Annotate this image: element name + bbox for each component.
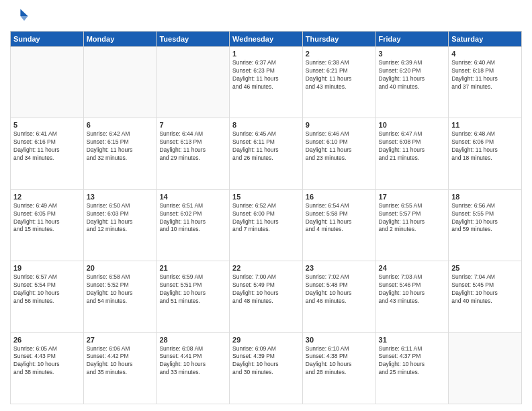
calendar-cell: 1Sunrise: 6:37 AM Sunset: 6:23 PM Daylig…	[230, 47, 303, 118]
day-number: 21	[159, 264, 226, 272]
day-info: Sunrise: 6:06 AM Sunset: 4:42 PM Dayligh…	[87, 345, 154, 377]
calendar-cell: 21Sunrise: 6:59 AM Sunset: 5:51 PM Dayli…	[157, 261, 230, 332]
logo	[10, 7, 32, 26]
day-info: Sunrise: 6:54 AM Sunset: 5:58 PM Dayligh…	[306, 202, 373, 234]
day-info: Sunrise: 6:05 AM Sunset: 4:43 PM Dayligh…	[13, 345, 81, 377]
day-number: 23	[306, 264, 373, 272]
day-info: Sunrise: 6:44 AM Sunset: 6:13 PM Dayligh…	[159, 130, 226, 163]
calendar-cell	[157, 47, 230, 118]
calendar-week-2: 5Sunrise: 6:41 AM Sunset: 6:16 PM Daylig…	[11, 118, 522, 189]
calendar-cell: 17Sunrise: 6:55 AM Sunset: 5:57 PM Dayli…	[375, 189, 449, 261]
col-friday: Friday	[375, 32, 449, 47]
calendar-cell: 3Sunrise: 6:39 AM Sunset: 6:20 PM Daylig…	[375, 47, 449, 118]
col-wednesday: Wednesday	[230, 32, 303, 47]
calendar-cell: 23Sunrise: 7:02 AM Sunset: 5:48 PM Dayli…	[302, 261, 375, 332]
day-info: Sunrise: 6:45 AM Sunset: 6:11 PM Dayligh…	[232, 130, 300, 163]
col-saturday: Saturday	[449, 32, 522, 47]
calendar-cell: 29Sunrise: 6:09 AM Sunset: 4:39 PM Dayli…	[230, 332, 303, 404]
day-number: 11	[451, 121, 519, 129]
day-number: 31	[379, 336, 446, 344]
day-number: 14	[159, 193, 226, 201]
day-number: 2	[306, 50, 373, 58]
day-number: 8	[232, 121, 300, 129]
day-info: Sunrise: 7:03 AM Sunset: 5:46 PM Dayligh…	[379, 273, 446, 306]
day-info: Sunrise: 7:00 AM Sunset: 5:49 PM Dayligh…	[232, 273, 300, 306]
calendar-cell: 14Sunrise: 6:51 AM Sunset: 6:02 PM Dayli…	[157, 189, 230, 261]
day-info: Sunrise: 6:09 AM Sunset: 4:39 PM Dayligh…	[232, 345, 300, 377]
day-info: Sunrise: 6:08 AM Sunset: 4:41 PM Dayligh…	[159, 345, 226, 377]
calendar-cell: 20Sunrise: 6:58 AM Sunset: 5:52 PM Dayli…	[83, 261, 157, 332]
page: Sunday Monday Tuesday Wednesday Thursday…	[0, 0, 532, 411]
calendar-cell: 6Sunrise: 6:42 AM Sunset: 6:15 PM Daylig…	[83, 118, 157, 189]
day-number: 16	[306, 193, 373, 201]
day-number: 1	[232, 50, 300, 58]
calendar-cell: 26Sunrise: 6:05 AM Sunset: 4:43 PM Dayli…	[11, 332, 84, 404]
calendar-cell: 31Sunrise: 6:11 AM Sunset: 4:37 PM Dayli…	[375, 332, 449, 404]
day-number: 18	[451, 193, 519, 201]
header	[10, 7, 522, 26]
day-info: Sunrise: 6:42 AM Sunset: 6:15 PM Dayligh…	[87, 130, 154, 163]
col-thursday: Thursday	[302, 32, 375, 47]
day-info: Sunrise: 6:11 AM Sunset: 4:37 PM Dayligh…	[379, 345, 446, 377]
day-number: 24	[379, 264, 446, 272]
day-info: Sunrise: 6:51 AM Sunset: 6:02 PM Dayligh…	[159, 202, 226, 234]
calendar-cell: 13Sunrise: 6:50 AM Sunset: 6:03 PM Dayli…	[83, 189, 157, 261]
day-info: Sunrise: 6:10 AM Sunset: 4:38 PM Dayligh…	[306, 345, 373, 377]
calendar-cell: 5Sunrise: 6:41 AM Sunset: 6:16 PM Daylig…	[11, 118, 84, 189]
day-info: Sunrise: 6:49 AM Sunset: 6:05 PM Dayligh…	[13, 202, 81, 234]
calendar-cell: 24Sunrise: 7:03 AM Sunset: 5:46 PM Dayli…	[375, 261, 449, 332]
day-info: Sunrise: 6:48 AM Sunset: 6:06 PM Dayligh…	[451, 130, 519, 163]
day-number: 20	[87, 264, 154, 272]
svg-marker-0	[20, 9, 28, 17]
calendar-week-5: 26Sunrise: 6:05 AM Sunset: 4:43 PM Dayli…	[11, 332, 522, 404]
day-info: Sunrise: 6:37 AM Sunset: 6:23 PM Dayligh…	[232, 59, 300, 91]
day-number: 5	[13, 121, 81, 129]
calendar-cell: 11Sunrise: 6:48 AM Sunset: 6:06 PM Dayli…	[449, 118, 522, 189]
day-number: 27	[87, 336, 154, 344]
day-info: Sunrise: 6:41 AM Sunset: 6:16 PM Dayligh…	[13, 130, 81, 163]
day-number: 9	[306, 121, 373, 129]
calendar-cell: 28Sunrise: 6:08 AM Sunset: 4:41 PM Dayli…	[157, 332, 230, 404]
calendar-cell: 12Sunrise: 6:49 AM Sunset: 6:05 PM Dayli…	[11, 189, 84, 261]
day-info: Sunrise: 6:56 AM Sunset: 5:55 PM Dayligh…	[451, 202, 519, 234]
day-number: 26	[13, 336, 81, 344]
calendar-cell: 9Sunrise: 6:46 AM Sunset: 6:10 PM Daylig…	[302, 118, 375, 189]
day-number: 29	[232, 336, 300, 344]
col-sunday: Sunday	[11, 32, 84, 47]
day-number: 3	[379, 50, 446, 58]
svg-marker-1	[20, 16, 28, 21]
calendar-cell: 25Sunrise: 7:04 AM Sunset: 5:45 PM Dayli…	[449, 261, 522, 332]
col-monday: Monday	[83, 32, 157, 47]
calendar-cell: 18Sunrise: 6:56 AM Sunset: 5:55 PM Dayli…	[449, 189, 522, 261]
calendar-cell: 22Sunrise: 7:00 AM Sunset: 5:49 PM Dayli…	[230, 261, 303, 332]
calendar-week-3: 12Sunrise: 6:49 AM Sunset: 6:05 PM Dayli…	[11, 189, 522, 261]
day-info: Sunrise: 6:52 AM Sunset: 6:00 PM Dayligh…	[232, 202, 300, 234]
day-info: Sunrise: 6:55 AM Sunset: 5:57 PM Dayligh…	[379, 202, 446, 234]
day-info: Sunrise: 6:57 AM Sunset: 5:54 PM Dayligh…	[13, 273, 81, 306]
day-number: 15	[232, 193, 300, 201]
day-info: Sunrise: 7:04 AM Sunset: 5:45 PM Dayligh…	[451, 273, 519, 306]
calendar-cell: 30Sunrise: 6:10 AM Sunset: 4:38 PM Dayli…	[302, 332, 375, 404]
day-number: 6	[87, 121, 154, 129]
calendar-cell	[11, 47, 84, 118]
calendar-cell: 16Sunrise: 6:54 AM Sunset: 5:58 PM Dayli…	[302, 189, 375, 261]
day-number: 4	[451, 50, 519, 58]
day-info: Sunrise: 6:50 AM Sunset: 6:03 PM Dayligh…	[87, 202, 154, 234]
calendar-week-4: 19Sunrise: 6:57 AM Sunset: 5:54 PM Dayli…	[11, 261, 522, 332]
calendar-cell: 10Sunrise: 6:47 AM Sunset: 6:08 PM Dayli…	[375, 118, 449, 189]
calendar-cell: 2Sunrise: 6:38 AM Sunset: 6:21 PM Daylig…	[302, 47, 375, 118]
day-number: 28	[159, 336, 226, 344]
calendar-cell: 7Sunrise: 6:44 AM Sunset: 6:13 PM Daylig…	[157, 118, 230, 189]
day-info: Sunrise: 7:02 AM Sunset: 5:48 PM Dayligh…	[306, 273, 373, 306]
day-number: 19	[13, 264, 81, 272]
day-info: Sunrise: 6:40 AM Sunset: 6:18 PM Dayligh…	[451, 59, 519, 91]
day-number: 10	[379, 121, 446, 129]
day-number: 7	[159, 121, 226, 129]
day-number: 12	[13, 193, 81, 201]
day-info: Sunrise: 6:38 AM Sunset: 6:21 PM Dayligh…	[306, 59, 373, 91]
day-number: 30	[306, 336, 373, 344]
day-number: 22	[232, 264, 300, 272]
calendar-week-1: 1Sunrise: 6:37 AM Sunset: 6:23 PM Daylig…	[11, 47, 522, 118]
day-number: 17	[379, 193, 446, 201]
day-info: Sunrise: 6:59 AM Sunset: 5:51 PM Dayligh…	[159, 273, 226, 306]
